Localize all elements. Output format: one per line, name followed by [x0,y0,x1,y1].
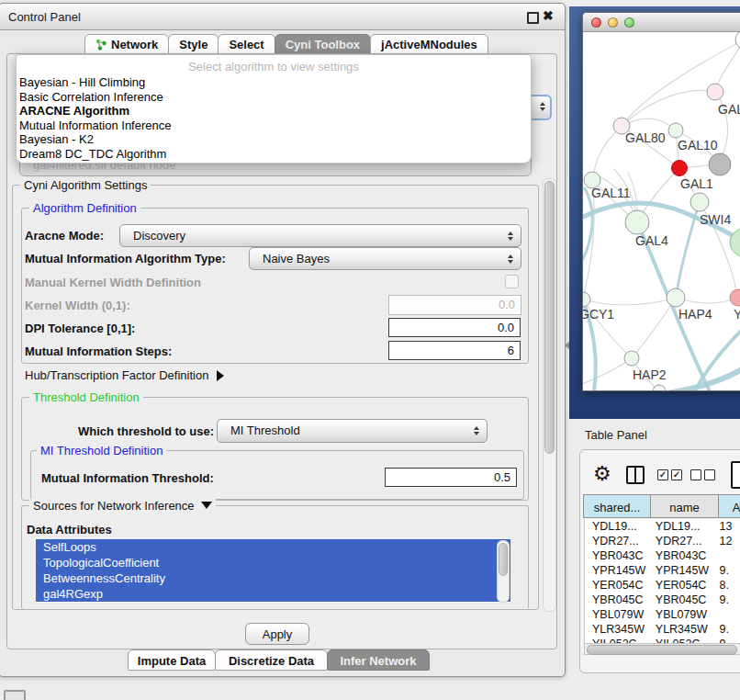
network-node[interactable] [690,193,709,211]
network-node[interactable] [709,153,731,175]
settings-scrollbar-track[interactable] [543,178,556,612]
table-cell[interactable]: 13 [712,519,740,534]
settings-scrollbar-thumb[interactable] [544,181,555,454]
aracne-mode-combo[interactable]: Discovery [119,224,521,247]
mi-steps-field[interactable]: 6 [388,341,521,360]
network-node[interactable] [672,161,688,176]
network-edge[interactable] [632,298,676,358]
table-cell[interactable]: YLR345W [648,622,712,637]
network-node[interactable] [583,292,590,307]
table-row[interactable]: YIL052CYIL052C9 [585,637,740,643]
apply-button[interactable]: Apply [245,623,309,645]
file-icon[interactable] [731,461,740,489]
table-cell[interactable]: 9. [712,563,740,578]
table-cell[interactable]: 9 [712,637,740,643]
data-attributes-list[interactable]: SelfLoopsTopologicalCoefficientBetweenne… [36,539,510,603]
algorithm-combo-arrow-button[interactable] [530,95,552,120]
table-column-header[interactable]: shared... [583,494,651,518]
attribute-item[interactable]: gal4RGexp [36,586,510,602]
table-row[interactable]: YER054CYER054C8. [585,578,740,593]
table-cell[interactable]: YIL052C [648,637,712,643]
table-cell[interactable]: YPR145W [648,563,712,578]
table-cell[interactable] [712,607,740,622]
network-node[interactable] [667,288,685,307]
checked-checkbox-icon[interactable]: ✓ [657,469,668,480]
table-cell[interactable]: YIL052C [585,637,648,643]
zoom-traffic-light[interactable] [624,17,634,28]
columns-icon[interactable] [626,466,645,484]
table-cell[interactable]: YBR045C [585,593,648,607]
attribute-list-scrollbar-track[interactable] [497,540,510,603]
table-hscrollbar-thumb[interactable] [587,645,737,655]
collapse-down-icon[interactable] [201,502,212,509]
table-cell[interactable] [712,548,740,563]
table-column-header[interactable]: name [650,494,719,518]
control-panel-titlebar[interactable]: Control Panel ✖ [0,4,565,30]
dpi-tolerance-field[interactable]: 0.0 [388,318,521,337]
tab-discretize-data[interactable]: Discretize Data [215,649,328,671]
table-row[interactable]: YLR345WYLR345W9. [585,622,740,637]
float-window-icon[interactable] [527,12,539,24]
network-canvas[interactable]: GALGAL80GAL10GAL1GAL11SWI4GAL4GCY1HAP4YH… [583,32,740,390]
expand-right-icon[interactable] [217,370,224,381]
table-cell[interactable]: YBL079W [648,607,712,622]
mi-type-combo[interactable]: Naive Bayes [249,247,521,270]
algorithm-option[interactable]: Basic Correlation Inference [17,90,531,105]
attribute-item[interactable]: SelfLoops [36,539,510,555]
manual-kernel-checkbox[interactable] [505,275,519,288]
network-node[interactable] [707,84,723,100]
algorithm-option[interactable]: Bayesian - K2 [17,132,531,147]
algorithm-option[interactable]: Bayesian - Hill Climbing [17,75,531,90]
attribute-list-scrollbar-thumb[interactable] [499,543,508,576]
close-traffic-light[interactable] [591,17,601,28]
kernel-width-field[interactable]: 0.0 [388,295,521,315]
table-cell[interactable]: 12 [712,534,740,548]
network-graph[interactable]: GALGAL80GAL10GAL1GAL11SWI4GAL4GCY1HAP4YH… [583,32,740,390]
network-node[interactable] [653,385,666,390]
minimize-traffic-light[interactable] [608,17,618,28]
table-row[interactable]: YDL19...YDL19...13 [585,519,740,534]
network-node[interactable] [625,210,649,234]
tab-impute-data[interactable]: Impute Data [128,649,216,671]
tab-infer-network[interactable]: Infer Network [327,649,430,671]
table-hscrollbar-track[interactable] [584,643,740,655]
sources-legend[interactable]: Sources for Network Inference [29,499,216,513]
table-cell[interactable]: 9. [712,593,740,607]
network-window-titlebar[interactable] [583,13,740,32]
table-cell[interactable]: YDR27... [585,534,648,548]
network-node[interactable] [735,32,740,49]
attribute-item[interactable]: TopologicalCoefficient [36,555,510,570]
table-row[interactable]: YBL079WYBL079W [585,607,740,622]
table-cell[interactable]: YBR043C [585,548,648,563]
minimized-panel-icon[interactable] [4,690,26,700]
table-cell[interactable]: YBR043C [648,548,712,563]
table-cell[interactable]: YLR345W [585,622,648,637]
network-edge[interactable] [583,358,632,388]
checked-checkbox-icon[interactable]: ✓ [671,469,682,480]
table-cell[interactable]: YBL079W [585,607,648,622]
table-column-header[interactable]: A [718,494,740,518]
network-node[interactable] [624,351,639,366]
table-cell[interactable]: YBR045C [648,593,712,607]
hub-definition-toggle[interactable]: Hub/Transcription Factor Definition [25,368,224,382]
table-cell[interactable]: 8. [712,578,740,593]
algorithm-option[interactable]: Dream8 DC_TDC Algorithm [17,147,531,162]
table-cell[interactable]: 9. [712,622,740,637]
table-cell[interactable]: YDL19... [585,519,648,534]
unchecked-checkbox-icon[interactable] [690,469,701,480]
network-node[interactable] [730,289,740,306]
network-edge[interactable] [583,298,676,305]
table-cell[interactable]: YDR27... [648,534,712,548]
table-row[interactable]: YPR145WYPR145W9. [585,563,740,578]
close-icon[interactable]: ✖ [543,8,554,23]
algorithm-option[interactable]: ARACNE Algorithm [17,104,531,119]
table-cell[interactable]: YER054C [648,578,712,593]
algorithm-option[interactable]: Mutual Information Inference [17,119,531,133]
unchecked-checkbox-icon[interactable] [704,469,715,480]
table-cell[interactable]: YPR145W [585,563,648,578]
which-threshold-combo[interactable]: MI Threshold [217,419,488,443]
table-cell[interactable]: YER054C [585,578,648,593]
table-cell[interactable]: YDL19... [648,519,712,534]
table-row[interactable]: YBR045CYBR045C9. [585,593,740,607]
attribute-item[interactable]: BetweennessCentrality [36,570,510,586]
